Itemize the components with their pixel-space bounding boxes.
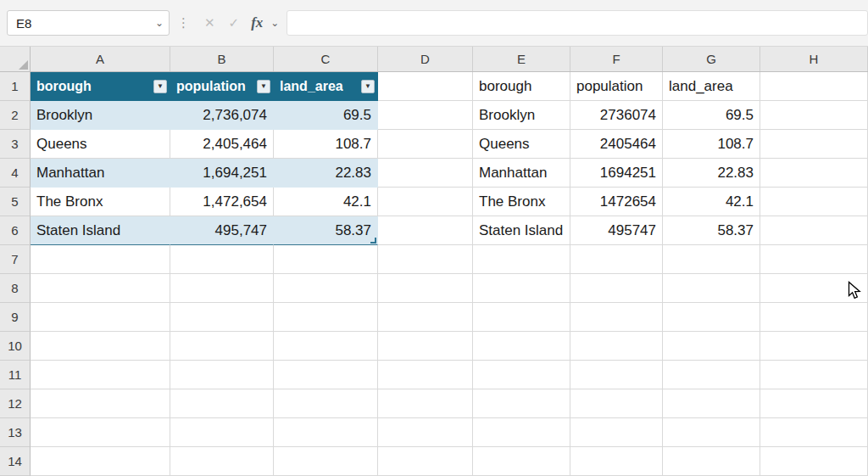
cell-E6[interactable]: Staten Island: [473, 216, 570, 245]
cell-H9[interactable]: [760, 303, 868, 332]
cell-A10[interactable]: [31, 332, 170, 361]
insert-function-button[interactable]: fx: [251, 14, 263, 31]
cell-G8[interactable]: [663, 274, 760, 303]
column-header-A[interactable]: A: [31, 47, 170, 71]
row-header-3[interactable]: 3: [0, 130, 31, 159]
cell-H7[interactable]: [760, 245, 868, 274]
cell-C10[interactable]: [274, 332, 378, 361]
column-header-G[interactable]: G: [663, 47, 760, 71]
cell-C7[interactable]: [274, 245, 378, 274]
cell-C2[interactable]: 69.5: [274, 101, 378, 130]
filter-dropdown-button[interactable]: ▼: [257, 80, 270, 93]
cell-D3[interactable]: [378, 130, 473, 159]
cell-H4[interactable]: [760, 159, 868, 188]
cell-G7[interactable]: [663, 245, 760, 274]
cell-A7[interactable]: [31, 245, 170, 274]
cell-D12[interactable]: [378, 389, 473, 418]
cell-C12[interactable]: [274, 389, 378, 418]
row-header-8[interactable]: 8: [0, 274, 31, 303]
cell-D8[interactable]: [378, 274, 473, 303]
cell-H13[interactable]: [760, 418, 868, 447]
cell-G10[interactable]: [663, 332, 760, 361]
cell-G1[interactable]: land_area: [663, 72, 760, 101]
cell-D9[interactable]: [378, 303, 473, 332]
cell-G4[interactable]: 22.83: [663, 159, 760, 188]
cell-H11[interactable]: [760, 361, 868, 389]
cell-A12[interactable]: [31, 389, 170, 418]
cell-H2[interactable]: [760, 101, 868, 130]
cell-A9[interactable]: [31, 303, 170, 332]
formula-bar-expand-chevron-icon[interactable]: ⌄: [270, 18, 279, 28]
row-header-6[interactable]: 6: [0, 216, 31, 245]
cell-E7[interactable]: [473, 245, 570, 274]
cell-G14[interactable]: [663, 447, 760, 476]
cell-F5[interactable]: 1472654: [570, 188, 663, 216]
cell-D6[interactable]: [378, 216, 473, 245]
cell-G12[interactable]: [663, 389, 760, 418]
cell-C8[interactable]: [274, 274, 378, 303]
cell-D13[interactable]: [378, 418, 473, 447]
cell-B4[interactable]: 1,694,251: [170, 159, 274, 188]
formula-bar[interactable]: [287, 10, 868, 36]
cell-F12[interactable]: [570, 389, 663, 418]
cell-G6[interactable]: 58.37: [663, 216, 760, 245]
cell-F2[interactable]: 2736074: [570, 101, 663, 130]
filter-dropdown-button[interactable]: ▼: [361, 80, 375, 93]
row-header-12[interactable]: 12: [0, 389, 31, 418]
filter-dropdown-button[interactable]: ▼: [153, 80, 167, 93]
cell-G11[interactable]: [663, 361, 760, 389]
cell-F6[interactable]: 495747: [570, 216, 663, 245]
cell-F13[interactable]: [570, 418, 663, 447]
cell-E9[interactable]: [473, 303, 570, 332]
cell-D2[interactable]: [378, 101, 473, 130]
cell-G9[interactable]: [663, 303, 760, 332]
cell-H1[interactable]: [760, 72, 868, 101]
cell-D5[interactable]: [378, 188, 473, 216]
cell-B11[interactable]: [170, 361, 274, 389]
row-header-14[interactable]: 14: [0, 447, 31, 476]
name-box[interactable]: E8 ⌄: [7, 10, 170, 36]
cell-F10[interactable]: [570, 332, 663, 361]
cell-G13[interactable]: [663, 418, 760, 447]
column-header-E[interactable]: E: [473, 47, 570, 71]
cancel-icon[interactable]: ✕: [204, 15, 215, 31]
column-header-C[interactable]: C: [274, 47, 378, 71]
table-resize-handle[interactable]: [370, 238, 376, 244]
row-header-2[interactable]: 2: [0, 101, 31, 130]
cell-B1[interactable]: population▼: [170, 72, 274, 101]
cell-A13[interactable]: [31, 418, 170, 447]
cell-B12[interactable]: [170, 389, 274, 418]
cell-H5[interactable]: [760, 188, 868, 216]
row-header-13[interactable]: 13: [0, 418, 31, 447]
cell-C3[interactable]: 108.7: [274, 130, 378, 159]
row-header-4[interactable]: 4: [0, 159, 31, 188]
cell-D11[interactable]: [378, 361, 473, 389]
cell-E12[interactable]: [473, 389, 570, 418]
cell-G3[interactable]: 108.7: [663, 130, 760, 159]
cell-A3[interactable]: Queens: [31, 130, 170, 159]
column-header-D[interactable]: D: [378, 47, 473, 71]
cell-E3[interactable]: Queens: [473, 130, 570, 159]
cell-E5[interactable]: The Bronx: [473, 188, 570, 216]
column-header-B[interactable]: B: [170, 47, 274, 71]
row-header-1[interactable]: 1: [0, 72, 31, 101]
confirm-icon[interactable]: ✓: [229, 15, 240, 31]
cell-H14[interactable]: [760, 447, 868, 476]
cell-E14[interactable]: [473, 447, 570, 476]
column-header-H[interactable]: H: [760, 47, 868, 71]
cell-A6[interactable]: Staten Island: [31, 216, 170, 245]
cell-C9[interactable]: [274, 303, 378, 332]
cell-G2[interactable]: 69.5: [663, 101, 760, 130]
cell-B6[interactable]: 495,747: [170, 216, 274, 245]
cell-C11[interactable]: [274, 361, 378, 389]
cell-E1[interactable]: borough: [473, 72, 570, 101]
cell-F8[interactable]: [570, 274, 663, 303]
cell-H3[interactable]: [760, 130, 868, 159]
cell-C5[interactable]: 42.1: [274, 188, 378, 216]
row-header-11[interactable]: 11: [0, 361, 31, 389]
cell-D4[interactable]: [378, 159, 473, 188]
cell-D7[interactable]: [378, 245, 473, 274]
cell-A2[interactable]: Brooklyn: [31, 101, 170, 130]
cell-F7[interactable]: [570, 245, 663, 274]
cell-B7[interactable]: [170, 245, 274, 274]
